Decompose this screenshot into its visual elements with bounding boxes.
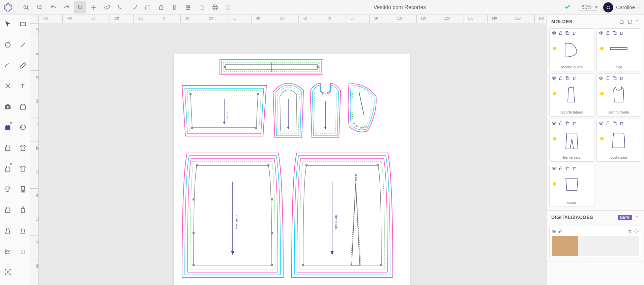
layers-button[interactable] [182,1,194,13]
svg-marker-75 [330,251,334,255]
dress-tool-2[interactable] [15,223,30,238]
bag-tool-2[interactable] [15,244,30,259]
mold-card[interactable]: costa saia [596,119,642,162]
trash-icon[interactable] [627,229,632,234]
circle-tool[interactable] [0,37,15,52]
pencil-tool[interactable] [15,58,30,73]
trash-icon[interactable] [619,76,624,81]
undo-button[interactable] [47,1,59,13]
mold-card[interactable]: recorte lateral [549,73,594,117]
lock-icon[interactable] [606,76,610,81]
bag-tool[interactable] [15,202,30,218]
copy-icon[interactable] [565,76,570,81]
canvas[interactable]: costa [39,23,546,285]
add-button[interactable] [88,1,100,13]
lock-icon[interactable] [558,121,563,126]
text-tool[interactable]: T [15,78,30,94]
magnet-button[interactable] [74,1,86,13]
shirt-tool-2[interactable] [15,161,30,176]
ghost-button[interactable] [196,1,208,13]
trash-icon[interactable] [572,166,577,171]
svg-rect-57 [267,164,269,166]
user-menu[interactable]: C Caroline ⌄ [603,2,641,12]
curve-left-button[interactable] [115,1,127,13]
tank-tool-3[interactable] [0,202,15,218]
lock-icon[interactable] [606,121,610,126]
mirror-button[interactable] [169,1,181,13]
garment-tool-2[interactable] [0,120,15,135]
trash-icon[interactable] [619,121,624,126]
eye-icon[interactable] [552,31,556,35]
gear-icon[interactable] [634,229,639,234]
shape-button[interactable] [155,1,167,13]
mold-card[interactable]: alça [596,28,642,71]
digitization-card[interactable] [549,227,641,258]
zoom-in-button[interactable] [20,1,32,13]
curve-right-button[interactable] [128,1,140,13]
graph-tool[interactable] [0,244,15,259]
ruler-button[interactable] [101,1,113,13]
pants-tool[interactable] [15,182,30,197]
copy-icon[interactable] [565,121,570,126]
garment-icon[interactable] [619,19,624,24]
svg-point-71 [355,179,357,181]
curve-tool[interactable] [0,58,15,73]
svg-rect-41 [257,93,259,95]
shirt-icon[interactable] [627,19,633,24]
cut-tool[interactable] [0,78,15,94]
zoom-out-button[interactable] [34,1,46,13]
zoom-selector[interactable]: 50%▾ [579,4,598,11]
eye-icon[interactable] [552,121,556,126]
svg-point-54 [364,126,367,128]
eye-icon[interactable] [599,76,604,81]
garment-tool-1[interactable] [15,99,30,114]
eye-icon[interactable] [552,166,556,171]
svg-rect-83 [610,48,627,50]
trash-icon[interactable] [572,31,577,35]
copy-icon[interactable] [612,121,617,126]
redo-button[interactable] [61,1,73,13]
copy-icon[interactable] [565,31,570,35]
eye-icon[interactable] [552,76,556,81]
select-tool[interactable] [0,17,15,32]
svg-rect-91 [560,123,562,125]
tank-tool-2[interactable] [0,161,15,176]
mold-card[interactable]: frente saia [549,119,594,162]
copy-icon[interactable] [612,76,617,81]
cup-tool[interactable] [0,182,15,197]
camera-tool[interactable] [0,99,15,114]
trash-button[interactable] [223,1,235,13]
shirt-tool[interactable] [15,140,30,156]
lock-icon[interactable] [558,76,563,81]
document-title[interactable]: Vestido com Recortes [235,4,564,10]
selection-button[interactable] [142,1,154,13]
dress-tool[interactable] [0,223,15,238]
app-logo[interactable] [3,3,13,12]
eye-icon[interactable] [599,31,604,35]
lock-icon[interactable] [558,31,563,35]
trash-icon[interactable] [619,31,624,35]
rectangle-tool[interactable] [15,17,30,32]
eye-icon[interactable] [599,121,604,126]
canvas-area[interactable]: -50-40-30-20-100102030405060708090100110… [30,15,546,285]
lock-icon[interactable] [558,166,563,171]
collapse-icon[interactable]: ⌃ [635,19,639,24]
tank-tool[interactable] [0,140,15,156]
digitizations-panel-header[interactable]: DIGITALIZAÇÕES BETA ⌃ [547,211,644,224]
collapse-icon[interactable]: ⌃ [635,215,639,220]
lock-icon[interactable] [606,31,610,35]
mold-card[interactable]: centro frente [596,73,642,117]
line-tool[interactable] [15,37,30,52]
trash-icon[interactable] [572,76,577,81]
mold-card[interactable]: recorte busto [549,28,594,71]
measure-tool[interactable] [15,120,30,135]
molds-panel-header[interactable]: MOLDES ⌃ [547,15,644,28]
eye-icon[interactable] [552,229,556,234]
scan-tool[interactable] [0,264,15,280]
copy-icon[interactable] [565,166,570,171]
copy-icon[interactable] [612,31,617,35]
print-button[interactable] [209,1,221,13]
trash-icon[interactable] [572,121,577,126]
lock-icon[interactable] [558,229,563,234]
mold-card[interactable]: costa [549,164,594,207]
